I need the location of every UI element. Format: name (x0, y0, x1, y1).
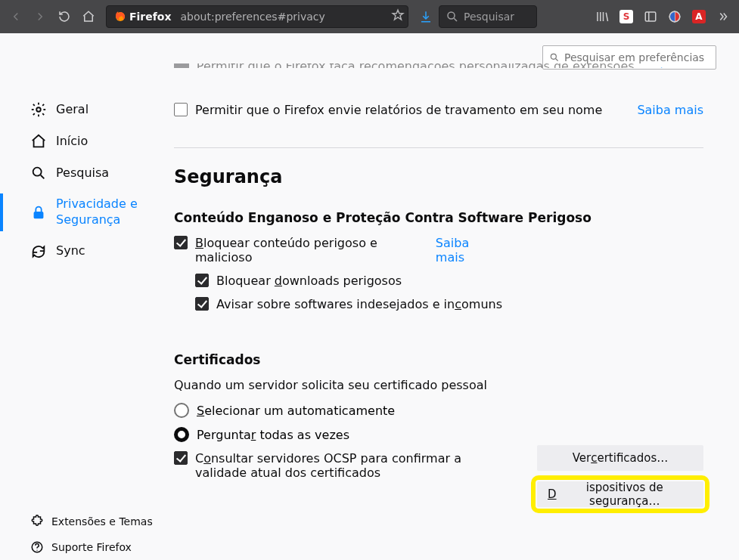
identity-firefox-badge: Firefox (110, 9, 176, 24)
lock-icon (30, 204, 47, 221)
block-downloads-checkbox[interactable] (195, 274, 209, 287)
svg-point-6 (33, 168, 42, 176)
nav-home-button[interactable] (77, 5, 100, 28)
cert-ask-every-label: Perguntar todas as vezes (197, 428, 349, 442)
sidebar-item-label: Privacidade e Segurança (56, 196, 166, 228)
warn-unwanted-checkbox[interactable] (195, 297, 209, 311)
radio-icon (174, 403, 189, 418)
overflow-menu-button[interactable] (712, 5, 734, 28)
block-dangerous-learn-more-link[interactable]: Saiba mais (436, 236, 469, 265)
sidebar-item-label: Geral (56, 102, 88, 118)
nav-back-button[interactable] (5, 5, 27, 28)
cert-select-auto-label: Selecionar um automaticamente (197, 404, 395, 418)
certificates-desc: Quando um servidor solicita seu certific… (174, 378, 703, 392)
ext-s-icon[interactable]: S (615, 5, 638, 28)
url-text: about:preferences#privacy (181, 11, 387, 23)
gear-icon (30, 101, 47, 118)
help-icon (30, 540, 44, 554)
warn-unwanted-label: Avisar sobre softwares indesejados e inc… (216, 297, 703, 311)
svg-rect-7 (34, 212, 44, 218)
certificates-heading: Certificados (174, 352, 703, 367)
block-downloads-label: Bloquear downloads perigosos (216, 274, 703, 288)
sidebar-item-label: Sync (56, 243, 85, 259)
ocsp-checkbox[interactable] (174, 451, 188, 465)
block-dangerous-checkbox[interactable] (174, 236, 188, 249)
cutoff-checkbox (174, 63, 189, 68)
preferences-search-placeholder: Pesquisar em preferências (564, 51, 704, 63)
downloads-button[interactable] (415, 5, 437, 28)
sidebar-footer-extensoes[interactable]: Extensões e Temas (0, 509, 174, 534)
crash-reports-checkbox[interactable] (174, 103, 188, 116)
chrome-search-placeholder: Pesquisar (464, 11, 514, 23)
svg-point-9 (36, 550, 37, 551)
sidebar-item-pesquisa[interactable]: Pesquisa (0, 157, 174, 189)
sidebar-footer-label: Suporte Firefox (51, 541, 132, 553)
sidebar-item-label: Pesquisa (56, 166, 109, 181)
sidebar-item-label: Início (56, 134, 88, 150)
nav-forward-button[interactable] (29, 5, 51, 28)
preferences-sidebar: Geral Início Pesquisa Privacidade e Segu… (0, 33, 174, 560)
sidebar-footer-label: Extensões e Temas (51, 515, 153, 528)
sidebar-item-inicio[interactable]: Início (0, 125, 174, 157)
svg-rect-2 (645, 12, 656, 21)
deceptive-content-heading: Conteúdo Enganoso e Proteção Contra Soft… (174, 210, 703, 225)
radio-icon (174, 427, 189, 442)
bookmark-star-icon[interactable] (391, 8, 405, 25)
cert-ask-every-radio[interactable]: Perguntar todas as vezes (174, 427, 522, 442)
sync-icon (30, 243, 47, 260)
preferences-page: Pesquisar em preferências Geral Início P… (0, 33, 739, 560)
sidebar-item-sync[interactable]: Sync (0, 236, 174, 268)
cutoff-text: Permitir que o Firefox faça recomendaçõe… (197, 63, 635, 68)
puzzle-icon (30, 515, 44, 528)
ocsp-label: Consultar servidores OCSP para confirmar… (195, 451, 483, 480)
sidebar-toggle-icon[interactable] (639, 5, 662, 28)
ext-sg-icon[interactable] (663, 5, 686, 28)
nav-reload-button[interactable] (53, 5, 76, 28)
browser-toolbar: Firefox about:preferences#privacy Pesqui… (0, 0, 739, 33)
svg-point-5 (36, 107, 41, 112)
sidebar-item-privacidade[interactable]: Privacidade e Segurança (0, 189, 174, 236)
cutoff-link: Saiba mais (642, 63, 703, 68)
preferences-main: Permitir que o Firefox faça recomendaçõe… (174, 33, 739, 560)
svg-point-1 (448, 12, 455, 19)
sidebar-item-geral[interactable]: Geral (0, 94, 174, 125)
security-heading: Segurança (174, 166, 703, 187)
block-dangerous-label: Bloquear conteúdo perigoso e malicioso (195, 236, 422, 265)
security-devices-button[interactable]: Dispositivos de segurança… (537, 481, 703, 507)
crash-reports-label: Permitir que o Firefox envie relatórios … (195, 103, 629, 117)
library-button[interactable] (591, 5, 613, 28)
search-icon (30, 165, 47, 181)
view-certificates-button[interactable]: Ver certificados… (537, 445, 703, 471)
crash-reports-learn-more-link[interactable]: Saiba mais (637, 103, 703, 117)
home-icon (30, 133, 47, 150)
cert-select-auto-radio[interactable]: Selecionar um automaticamente (174, 403, 522, 418)
identity-label: Firefox (129, 11, 172, 23)
sidebar-footer-suporte[interactable]: Suporte Firefox (0, 534, 174, 560)
chrome-search-bar[interactable]: Pesquisar (439, 5, 537, 28)
url-bar[interactable]: Firefox about:preferences#privacy (106, 5, 408, 28)
section-divider (174, 147, 703, 148)
ext-a-icon[interactable]: A (688, 5, 710, 28)
svg-point-4 (551, 54, 556, 59)
toolbar-right-icons: S A (591, 5, 734, 28)
